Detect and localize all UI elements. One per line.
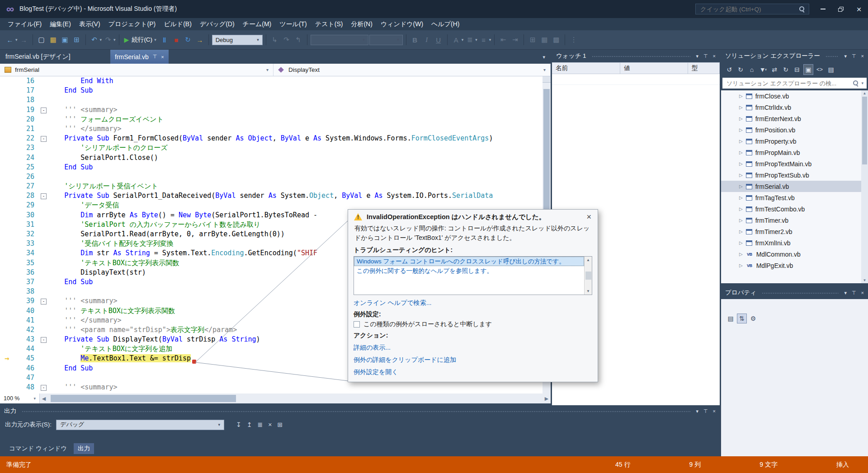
property-pages-icon[interactable]: ⚙ [748, 314, 758, 323]
goto-prev-message-icon[interactable]: ↥ [247, 421, 252, 428]
save-all-icon[interactable]: ⊞ [71, 34, 82, 46]
step-into-icon[interactable]: ↳ [269, 34, 280, 46]
tab-code-active[interactable]: frmSerial.vb ⊤ × [110, 50, 169, 64]
fold-collapse-icon[interactable]: - [41, 337, 47, 343]
sync-icon[interactable]: ⇄ [769, 64, 779, 75]
scroll-right-icon[interactable]: ▶ [542, 396, 551, 402]
align-center-icon[interactable]: ≡ [478, 34, 489, 46]
action-link[interactable]: 例外設定を開く [354, 368, 592, 376]
expander-icon[interactable]: ▷ [739, 150, 743, 155]
close-icon[interactable]: × [713, 53, 716, 59]
scrollbar-thumb[interactable] [862, 97, 867, 164]
menu-item[interactable]: 分析(N) [347, 18, 376, 30]
expander-icon[interactable]: ▷ [739, 127, 743, 132]
menu-item[interactable]: テスト(S) [311, 18, 347, 30]
menu-item[interactable]: ウィンドウ(W) [377, 18, 427, 30]
close-icon[interactable]: × [585, 213, 592, 221]
pin-icon[interactable]: ⊤ [852, 53, 856, 59]
italic-icon[interactable]: I [421, 34, 432, 46]
menu-item[interactable]: ファイル(F) [4, 18, 46, 30]
new-file-icon[interactable]: ▢ [36, 34, 47, 46]
solution-search-box[interactable]: ▾ [722, 78, 867, 89]
expander-icon[interactable]: ▷ [739, 263, 743, 268]
decrease-indent-icon[interactable]: ⇤ [498, 34, 509, 46]
collapse-all-icon[interactable]: ⊟ [792, 64, 802, 75]
scrollbar-thumb[interactable] [51, 395, 236, 402]
menu-item[interactable]: デバッグ(D) [196, 18, 239, 30]
tree-item[interactable]: ▷frmPropTextMain.vb [721, 158, 861, 169]
tree-scrollbar[interactable]: ▲ ▼ [861, 90, 868, 283]
expander-icon[interactable]: ▷ [739, 240, 743, 245]
expander-icon[interactable]: ▷ [739, 94, 743, 98]
watch-column-header[interactable]: 型 [688, 63, 720, 74]
redo-icon[interactable]: ↷ [103, 34, 113, 46]
filter-icon[interactable]: ▼▾ [758, 64, 768, 75]
messages-icon[interactable]: ≣ [258, 421, 263, 428]
tree-item[interactable]: ▷frmPropMain.vb [721, 147, 861, 158]
listbox-scrollbar[interactable]: ▲ ▼ [584, 257, 592, 295]
properties-icon[interactable]: ▤ [826, 64, 836, 75]
drag-handle[interactable] [22, 410, 690, 412]
tree-item[interactable]: ▷frmPosition.vb [721, 124, 861, 136]
alphabetical-icon[interactable]: ⇅ [737, 314, 747, 323]
menu-item[interactable]: 表示(V) [75, 18, 104, 30]
scroll-up-icon[interactable]: ▲ [586, 258, 590, 262]
tree-item[interactable]: ▷frmPropTextSub.vb [721, 169, 861, 181]
window-menu-icon[interactable]: ▾ [844, 53, 847, 59]
restart-icon[interactable]: ↻ [183, 34, 193, 46]
watch-empty-row[interactable] [552, 74, 720, 85]
expander-icon[interactable]: ▷ [739, 161, 743, 166]
pin-icon[interactable]: ⊤ [703, 408, 708, 414]
scroll-down-icon[interactable]: ▼ [861, 278, 868, 282]
menu-item[interactable]: ツール(T) [275, 18, 311, 30]
restore-button[interactable] [832, 0, 850, 18]
action-link[interactable]: 例外の詳細をクリップボードに追加 [354, 356, 592, 364]
tool-window-tab[interactable]: 出力 [74, 443, 94, 454]
splitter-grip[interactable] [542, 76, 551, 83]
watch-column-header[interactable]: 名前 [552, 63, 620, 74]
window-menu-icon[interactable]: ▾ [844, 290, 847, 296]
close-icon[interactable]: × [713, 408, 716, 414]
menu-item[interactable]: 編集(E) [46, 18, 75, 30]
window-menu-icon[interactable]: ▾ [696, 53, 698, 59]
open-file-icon[interactable]: ▦ [48, 34, 59, 46]
action-link[interactable]: 詳細の表示... [354, 344, 592, 352]
expander-icon[interactable]: ▷ [739, 139, 743, 144]
show-all-files-icon[interactable]: ▣ [803, 64, 813, 75]
tree-item[interactable]: ▷VBMdlCommon.vb [721, 248, 861, 260]
toolbar-combo-2[interactable]: ▾ [369, 35, 403, 45]
close-icon[interactable]: × [861, 53, 864, 59]
home-icon[interactable]: ⌂ [747, 64, 757, 75]
hints-listbox[interactable]: Windows フォーム コントロールへのクロススレッド呼び出しの方法です。この… [354, 256, 592, 295]
toolbar-combo-1[interactable]: ▾ [311, 35, 368, 45]
scroll-up-icon[interactable]: ▲ [861, 91, 868, 95]
online-help-link[interactable]: オンライン ヘルプで検索... [354, 299, 592, 307]
pin-icon[interactable]: ⊤ [153, 54, 157, 60]
show-next-statement-icon[interactable]: → [194, 34, 205, 46]
expander-icon[interactable]: ▷ [739, 195, 743, 200]
solution-search-input[interactable] [726, 80, 853, 87]
close-icon[interactable]: × [861, 290, 864, 295]
align-left-icon[interactable]: ≣ [464, 34, 475, 46]
underline-icon[interactable]: U [433, 34, 444, 46]
refresh-icon[interactable]: ↻ [781, 64, 791, 75]
expander-icon[interactable]: ▷ [739, 218, 743, 223]
goto-message-icon[interactable]: ↧ [236, 421, 241, 428]
scroll-down-icon[interactable]: ▼ [586, 289, 590, 293]
tree-item[interactable]: ▷frmXmlIni.vb [721, 237, 861, 248]
expander-icon[interactable]: ▷ [739, 206, 743, 211]
tool-window-tab[interactable]: コマンド ウィンドウ [5, 443, 71, 454]
menu-item[interactable]: チーム(M) [239, 18, 276, 30]
drag-handle[interactable] [592, 55, 691, 57]
zoom-control[interactable]: 100 %▾ [0, 393, 40, 403]
menu-item[interactable]: ヘルプ(H) [427, 18, 463, 30]
menu-item[interactable]: ビルド(B) [160, 18, 196, 30]
drag-handle[interactable] [826, 55, 839, 57]
tree-item[interactable]: ▷frmTimer.vb [721, 215, 861, 226]
pin-icon[interactable]: ⊤ [703, 53, 708, 59]
navigate-forward-icon[interactable]: → [19, 34, 29, 46]
expander-icon[interactable]: ▷ [739, 229, 743, 234]
bold-icon[interactable]: B [410, 34, 420, 46]
save-icon[interactable]: ▣ [60, 34, 71, 46]
tab-designer[interactable]: frmSerial.vb [デザイン] [5, 50, 71, 64]
